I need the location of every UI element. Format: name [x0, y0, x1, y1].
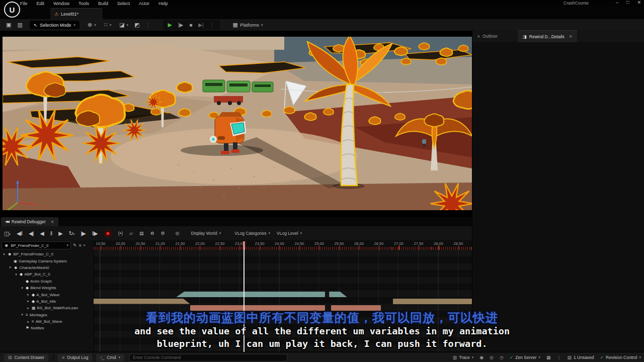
- add-actor-button[interactable]: ⊕ ▾: [88, 22, 96, 28]
- expander-arrow-icon[interactable]: [20, 286, 24, 290]
- cinematics-button[interactable]: ◪ ▾: [119, 22, 128, 28]
- toolbar-overflow-icon[interactable]: ⋮: [146, 22, 151, 28]
- go-to-last-frame-button[interactable]: ‖▶: [92, 230, 98, 237]
- tree-item[interactable]: A_Bot_Idle: [0, 298, 94, 305]
- trace-label: Trace: [459, 355, 469, 360]
- minimize-button[interactable]: –: [616, 0, 618, 5]
- play-options-icon[interactable]: ⋮: [210, 22, 215, 28]
- debug-target-select[interactable]: ☻ BP_FriendFinder_C_0 ▾: [2, 241, 71, 249]
- status-overflow-icon[interactable]: ⋮: [556, 355, 561, 360]
- level-tab-label: Level01*: [61, 12, 78, 17]
- menu-item[interactable]: Actor: [139, 1, 149, 6]
- ruler-tick-label: 26.00: [351, 241, 367, 246]
- debugger-settings-button[interactable]: ⚙: [161, 231, 165, 236]
- play-forward-button[interactable]: ▶: [58, 230, 62, 237]
- timeline-segment-A_Bot_Wave[interactable]: [329, 292, 347, 297]
- ruler-tick-label: 20.00: [113, 241, 129, 246]
- step-frame-button[interactable]: |▶: [178, 22, 183, 28]
- camera-capture-icon[interactable]: ◎: [490, 355, 494, 360]
- close-icon[interactable]: ✕: [569, 34, 573, 39]
- loop-playback-button[interactable]: ↻▾: [69, 230, 74, 237]
- timeline-segment-A_Bot_Idle[interactable]: [94, 299, 190, 304]
- outliner-tab-label: Outliner: [482, 34, 498, 39]
- tree-item[interactable]: Blend Weights: [0, 285, 94, 291]
- output-log-button[interactable]: ≡ Output Log: [58, 354, 92, 361]
- close-icon[interactable]: ✕: [51, 220, 54, 224]
- next-frame-button[interactable]: |▶: [80, 230, 85, 237]
- tree-item[interactable]: A_Bot_Wave: [0, 291, 94, 298]
- expander-arrow-icon[interactable]: [8, 265, 12, 269]
- zen-server-dropdown[interactable]: ✓ Zen Server ▾: [510, 355, 540, 360]
- save-icon[interactable]: ▣: [6, 22, 11, 28]
- expander-arrow-icon[interactable]: [2, 252, 6, 256]
- go-to-first-frame-button[interactable]: ◀‖: [17, 230, 22, 237]
- screenshot-icon[interactable]: ◉: [479, 355, 484, 360]
- transform-tools-button[interactable]: ∷ ▾: [104, 22, 112, 28]
- vlog-categories-dropdown[interactable]: VLog Categories▾: [234, 231, 270, 236]
- window-title: CrashCourse: [564, 1, 589, 6]
- tree-item-label: Blend Weights: [30, 286, 56, 290]
- console-command-input[interactable]: [129, 354, 287, 361]
- menu-item[interactable]: Edit: [37, 1, 45, 6]
- trace-dropdown[interactable]: ▥ Trace ▾: [453, 355, 473, 360]
- expander-arrow-icon[interactable]: [26, 293, 30, 297]
- import-content-icon[interactable]: ▥: [17, 22, 22, 28]
- platforms-dropdown[interactable]: ▦ Platforms ▾: [233, 22, 263, 28]
- tree-item[interactable]: Anim Graph: [0, 278, 94, 285]
- tree-item[interactable]: BP_FriendFinder_C_0: [0, 251, 94, 257]
- rewind-debugger-tab[interactable]: ◀◀ Rewind Debugger ✕: [1, 217, 58, 226]
- menu-item[interactable]: File: [20, 1, 28, 6]
- timeline-tracks[interactable]: [94, 250, 472, 352]
- menu-item[interactable]: Build: [98, 1, 108, 6]
- close-button[interactable]: ✕: [637, 0, 641, 5]
- clear-recording-button[interactable]: ♻: [150, 231, 154, 236]
- filter-icon[interactable]: ≡: [79, 243, 82, 248]
- tree-item-label: A_Bot_Idle: [36, 299, 56, 304]
- chevron-down-icon[interactable]: ▾: [84, 243, 86, 247]
- menu-item[interactable]: Window: [53, 1, 69, 6]
- vlog-level-dropdown[interactable]: VLog Level▾: [277, 231, 302, 236]
- revision-control-dropdown[interactable]: ✓ Revision Control ▾: [600, 355, 641, 360]
- level-tab[interactable]: ⚠ Level01*: [50, 8, 103, 20]
- rewind-details-tab[interactable]: ◨ Rewind D...Details ✕: [518, 30, 578, 43]
- tree-item[interactable]: CharacterMesh0: [0, 264, 94, 271]
- record-button[interactable]: [104, 230, 112, 237]
- cmd-dropdown[interactable]: ›_ Cmd ▾: [96, 354, 124, 361]
- right-dock-panel: ≡ Outliner ◨ Rewind D...Details ✕: [472, 30, 644, 352]
- save-recording-button[interactable]: ▤: [139, 231, 144, 236]
- load-recording-button[interactable]: ▱: [129, 231, 133, 236]
- display-world-dropdown[interactable]: Display World▾: [191, 231, 221, 236]
- derived-data-icon[interactable]: ▦: [546, 355, 551, 360]
- timeline-segment-A_Bot_Idle[interactable]: [393, 299, 472, 304]
- auto-record-icon[interactable]: (•): [118, 231, 123, 236]
- timeline-ruler[interactable]: 19.5020.0020.5021.0021.5022.0022.5023.00…: [94, 241, 472, 250]
- expander-arrow-icon[interactable]: [26, 299, 30, 303]
- pause-button[interactable]: ‖: [50, 230, 52, 236]
- outliner-tab[interactable]: ≡ Outliner: [472, 30, 503, 42]
- previous-frame-button[interactable]: ◀|: [29, 230, 33, 237]
- rewind-debugger-tab-label: Rewind Debugger: [12, 219, 46, 224]
- menu-item[interactable]: Tools: [78, 1, 89, 6]
- skip-button[interactable]: ▶|: [198, 22, 203, 28]
- selection-mode-dropdown[interactable]: ↖ Selection Mode ▾: [30, 21, 79, 29]
- timeline-segment-A_Bot_Wave[interactable]: [176, 292, 325, 297]
- content-drawer-button[interactable]: ⊟ Content Drawer: [4, 354, 48, 361]
- stop-button[interactable]: ■: [189, 22, 192, 28]
- camera-icon: [14, 259, 17, 263]
- play-reverse-button[interactable]: ◀: [40, 230, 43, 237]
- expander-arrow-icon[interactable]: [14, 273, 18, 277]
- eyedropper-icon[interactable]: ✎: [73, 243, 77, 248]
- unsaved-button[interactable]: ▤ 1 Unsaved: [567, 355, 594, 360]
- zen-server-status-icon: ✓: [510, 355, 514, 360]
- menu-item[interactable]: Help: [158, 1, 168, 6]
- play-button[interactable]: ▶: [168, 22, 172, 28]
- game-viewport[interactable]: x: [3, 37, 472, 210]
- blueprints-icon[interactable]: ◩: [134, 22, 139, 28]
- camera-mode-button[interactable]: ◫▾: [4, 230, 10, 237]
- tree-item[interactable]: ABP_Bot_C_0: [0, 271, 94, 278]
- vlog-toggle-button[interactable]: ◎: [176, 231, 180, 236]
- restore-button[interactable]: □: [626, 0, 629, 5]
- tree-item[interactable]: Gameplay Camera System: [0, 257, 94, 264]
- menu-item[interactable]: Select: [117, 1, 130, 6]
- major-ticks: [101, 245, 472, 250]
